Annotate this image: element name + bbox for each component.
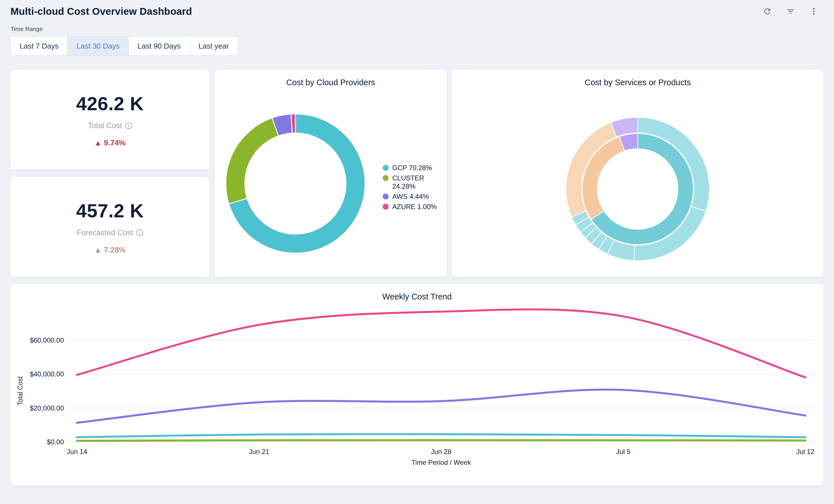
legend-dot [382,194,389,199]
forecasted-cost-label: Forecasted Cost [77,228,133,237]
header: Multi-cloud Cost Overview Dashboard [10,0,824,17]
total-cost-delta: ▲ 9.74% [94,139,126,148]
x-axis-title: Time Period / Week [411,459,471,466]
y-axis-title: Total Cost [17,376,24,406]
time-range-button-last-30-days[interactable]: Last 30 Days [67,37,128,56]
time-range-button-group: Last 7 Days Last 30 Days Last 90 Days La… [10,36,238,56]
page-title: Multi-cloud Cost Overview Dashboard [10,6,192,17]
refresh-icon [763,7,772,16]
cost-by-providers-card: Cost by Cloud Providers GCP 70.28% CLUST… [215,70,447,277]
y-tick-label: $20,000.00 [30,404,64,412]
refresh-button[interactable] [763,6,772,16]
x-tick-label: Jun 21 [249,448,269,455]
legend-item-azure[interactable]: AZURE 1.00% [382,202,448,211]
cards-grid: 426.2 K Total Cost i ▲ 9.74% 457.2 K For… [10,70,824,277]
x-tick-label: Jul 12 [796,448,814,455]
y-tick-label: $0.00 [47,438,64,446]
providers-legend: GCP 70.28% CLUSTER 24.28% AWS 4.44% AZUR… [382,163,448,213]
kpi-column: 426.2 K Total Cost i ▲ 9.74% 457.2 K For… [10,70,210,277]
info-icon[interactable]: i [125,122,132,129]
total-cost-label-row: Total Cost i [88,121,132,130]
dashboard-page: Multi-cloud Cost Overview Dashboard Time… [0,0,834,486]
series-line-azure[interactable] [77,440,805,441]
legend-dot [382,204,389,210]
legend-label: AZURE 1.00% [392,202,437,211]
legend-item-aws[interactable]: AWS 4.44% [382,192,448,201]
more-options-button[interactable] [809,6,819,16]
x-tick-label: Jun 14 [67,448,87,455]
legend-label: GCP 70.28% [392,163,432,172]
kebab-menu-icon [809,7,818,16]
header-actions [763,6,824,16]
trend-chart-title: Weekly Cost Trend [10,292,824,302]
cost-by-services-card: Cost by Services or Products [452,70,824,277]
filter-button[interactable] [786,6,796,16]
donut-segment-cluster[interactable] [226,118,278,204]
weekly-cost-trend-card: Weekly Cost Trend $0.00$20,000.00$40,000… [10,284,824,486]
series-line-gcp[interactable] [77,309,805,377]
forecasted-cost-value: 457.2 K [76,200,144,222]
y-tick-label: $40,000.00 [30,370,64,378]
legend-dot [382,175,389,181]
legend-item-cluster[interactable]: CLUSTER 24.28% [382,174,448,190]
time-range-label: Time Range [10,26,824,32]
services-sunburst-chart[interactable] [452,70,824,277]
filter-icon [786,7,795,16]
total-cost-value: 426.2 K [76,93,144,114]
time-range-button-last-year[interactable]: Last year [190,37,238,56]
series-line-cluster[interactable] [77,390,805,423]
donut-segment-azure[interactable] [291,114,295,133]
y-tick-label: $60,000.00 [30,336,64,344]
forecasted-cost-card: 457.2 K Forecasted Cost i ▲ 7.28% [10,177,210,277]
total-cost-label: Total Cost [88,121,122,130]
legend-dot [382,165,389,171]
legend-label: CLUSTER 24.28% [392,174,441,190]
x-tick-label: Jul 5 [616,448,631,455]
info-icon[interactable]: i [136,229,143,236]
series-line-aws[interactable] [77,434,805,437]
time-range-button-last-90-days[interactable]: Last 90 Days [128,37,190,56]
total-cost-card: 426.2 K Total Cost i ▲ 9.74% [10,70,210,170]
x-tick-label: Jun 28 [431,448,452,455]
legend-item-gcp[interactable]: GCP 70.28% [382,163,448,172]
legend-label: AWS 4.44% [392,192,429,201]
forecasted-cost-delta: ▲ 7.28% [94,246,126,255]
time-range-button-last-7-days[interactable]: Last 7 Days [11,37,67,56]
weekly-cost-trend-chart[interactable]: $0.00$20,000.00$40,000.00$60,000.00Total… [10,284,824,486]
forecasted-cost-label-row: Forecasted Cost i [77,228,143,237]
